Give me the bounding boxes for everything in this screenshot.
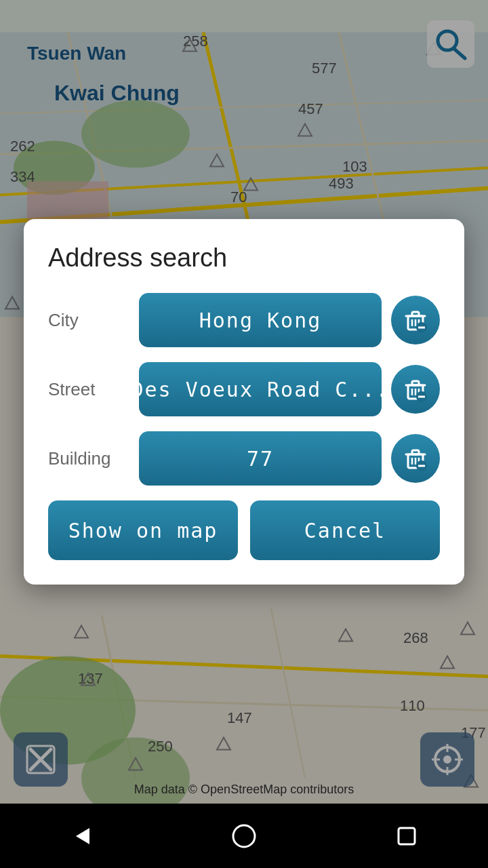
street-label: Street	[48, 379, 129, 400]
navigation-bar	[0, 804, 488, 868]
street-row: Street Des Voeux Road C...	[48, 362, 440, 416]
dialog-title: Address search	[48, 243, 440, 273]
svg-marker-87	[76, 828, 89, 844]
recents-button[interactable]	[386, 816, 427, 856]
dialog-overlay: Address search City Hong Kong	[0, 0, 488, 804]
back-button[interactable]	[61, 816, 102, 856]
cancel-button[interactable]: Cancel	[250, 500, 440, 560]
building-value-button[interactable]: 77	[139, 431, 382, 486]
city-delete-button[interactable]	[391, 296, 440, 344]
building-row: Building 77	[48, 431, 440, 486]
action-buttons: Show on map Cancel	[48, 500, 440, 560]
svg-rect-81	[412, 450, 419, 454]
svg-rect-73	[412, 381, 419, 385]
trash-icon-building	[403, 446, 428, 471]
building-label: Building	[48, 448, 129, 469]
svg-point-88	[233, 825, 255, 847]
street-value-button[interactable]: Des Voeux Road C...	[139, 362, 382, 416]
svg-rect-89	[399, 828, 415, 844]
show-on-map-button[interactable]: Show on map	[48, 500, 238, 560]
city-row: City Hong Kong	[48, 293, 440, 347]
svg-rect-65	[412, 312, 419, 316]
building-delete-button[interactable]	[391, 434, 440, 483]
street-delete-button[interactable]	[391, 365, 440, 414]
trash-icon-street	[403, 376, 428, 402]
trash-icon	[403, 307, 428, 333]
city-label: City	[48, 310, 129, 331]
home-button[interactable]	[224, 816, 264, 856]
city-value-button[interactable]: Hong Kong	[139, 293, 382, 347]
address-search-dialog: Address search City Hong Kong	[24, 219, 464, 585]
